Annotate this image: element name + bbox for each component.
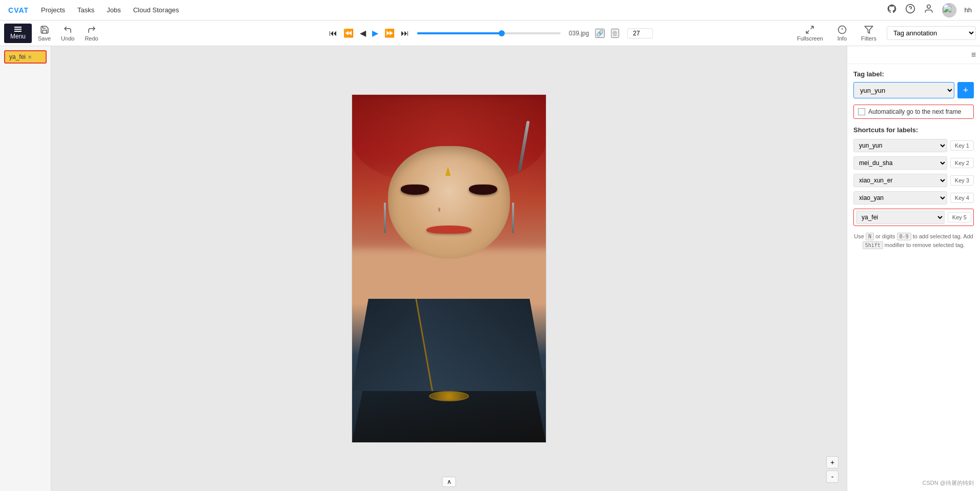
svg-line-3 bbox=[811, 26, 813, 29]
face bbox=[388, 146, 510, 259]
earring-right bbox=[512, 202, 514, 233]
add-tag-button[interactable]: + bbox=[957, 82, 974, 98]
zoom-in-button[interactable]: + bbox=[826, 456, 839, 468]
shortcut-row-2: mei_du_sha Key 2 bbox=[853, 156, 974, 170]
frame-delete-icon[interactable]: 🗑 bbox=[611, 29, 619, 38]
canvas-area[interactable]: ∧ + - bbox=[51, 46, 847, 491]
progress-slider[interactable] bbox=[417, 32, 561, 34]
right-panel-content: Tag label: yun_yun mei_du_sha xiao_xun_e… bbox=[847, 64, 980, 491]
shortcut-row-1: yun_yun Key 1 bbox=[853, 139, 974, 152]
shortcut-row-4: xiao_yan Key 4 bbox=[853, 191, 974, 204]
key-badge-2: Key 2 bbox=[950, 158, 974, 168]
info-button[interactable]: Info bbox=[833, 23, 851, 44]
playback-controls: ⏮ ⏪ ◀ ▶ ⏩ ⏭ 039.jpg 🔗 🗑 bbox=[327, 26, 653, 40]
tag-close-icon[interactable]: ✕ bbox=[28, 54, 32, 60]
key-badge-1: Key 1 bbox=[950, 140, 974, 151]
earring-left bbox=[384, 202, 386, 233]
first-frame-button[interactable]: ⏮ bbox=[327, 27, 339, 40]
help-icon[interactable] bbox=[905, 4, 915, 16]
forehead-mark bbox=[445, 167, 451, 176]
user-icon[interactable] bbox=[924, 4, 934, 16]
zoom-controls: + - bbox=[826, 456, 839, 483]
prev-frame-button[interactable]: ◀ bbox=[358, 26, 368, 40]
shortcut-select-1[interactable]: yun_yun bbox=[853, 139, 947, 152]
expand-button[interactable]: ∧ bbox=[442, 477, 456, 487]
nose bbox=[438, 208, 440, 212]
eye-right bbox=[469, 185, 497, 195]
svg-line-4 bbox=[807, 30, 809, 33]
shortcut-row-5: ya_fei Key 5 bbox=[853, 209, 974, 226]
shortcut-select-5[interactable]: ya_fei bbox=[856, 211, 945, 224]
github-icon[interactable] bbox=[887, 4, 897, 16]
shortcut-select-3[interactable]: xiao_xun_er bbox=[853, 174, 947, 187]
app-logo: CVAT bbox=[8, 6, 29, 14]
key-shift: Shift bbox=[863, 241, 883, 249]
menu-button[interactable]: Menu bbox=[4, 24, 32, 43]
nav-tasks[interactable]: Tasks bbox=[77, 6, 94, 14]
tag-select[interactable]: yun_yun mei_du_sha xiao_xun_er xiao_yan … bbox=[853, 82, 954, 98]
panel-menu-button[interactable]: ≡ bbox=[971, 50, 976, 59]
tag-label-row: yun_yun mei_du_sha xiao_xun_er xiao_yan … bbox=[853, 82, 974, 98]
fullscreen-button[interactable]: Fullscreen bbox=[793, 23, 827, 44]
user-name: hh bbox=[965, 6, 972, 14]
attribution: CSDN @待屠的钝剑 bbox=[923, 479, 974, 487]
toolbar-right: Fullscreen Info Filters Tag annotation O… bbox=[793, 23, 976, 44]
progress-thumb bbox=[499, 30, 505, 36]
collar-button bbox=[429, 391, 469, 401]
last-frame-button[interactable]: ⏭ bbox=[399, 27, 411, 40]
redo-button[interactable]: Redo bbox=[80, 23, 102, 44]
shortcut-select-4[interactable]: xiao_yan bbox=[853, 191, 947, 204]
nav-jobs[interactable]: Jobs bbox=[107, 6, 120, 14]
image-bottom-bar: ∧ bbox=[442, 477, 456, 487]
frame-link-icon[interactable]: 🔗 bbox=[595, 29, 605, 38]
key-n: N bbox=[866, 233, 874, 240]
auto-next-checkbox[interactable] bbox=[858, 108, 865, 115]
prev-chunk-button[interactable]: ⏪ bbox=[341, 26, 356, 40]
right-panel-header: ≡ bbox=[847, 46, 980, 64]
top-nav: CVAT Projects Tasks Jobs Cloud Storages … bbox=[0, 0, 980, 21]
nav-cloud-storages[interactable]: Cloud Storages bbox=[133, 6, 179, 14]
strap-right bbox=[415, 299, 546, 391]
zoom-out-button[interactable]: - bbox=[826, 470, 839, 483]
key-badge-3: Key 3 bbox=[950, 175, 974, 186]
lips bbox=[426, 226, 472, 234]
shortcut-select-2[interactable]: mei_du_sha bbox=[853, 156, 947, 170]
left-sidebar: ya_fei ✕ bbox=[0, 46, 51, 491]
main-content: ya_fei ✕ bbox=[0, 46, 980, 491]
tag-item-ya-fei[interactable]: ya_fei ✕ bbox=[4, 50, 47, 64]
auto-next-row[interactable]: Automatically go to the next frame bbox=[853, 105, 974, 119]
help-text: Use N or digits 0-9 to add selected tag.… bbox=[853, 232, 974, 249]
top-nav-right: hh bbox=[887, 3, 972, 17]
avatar bbox=[942, 3, 956, 17]
save-button[interactable]: Save bbox=[34, 23, 55, 44]
play-button[interactable]: ▶ bbox=[370, 26, 380, 40]
key-digits: 0-9 bbox=[897, 233, 911, 240]
key-badge-4: Key 4 bbox=[950, 193, 974, 203]
svg-point-2 bbox=[927, 5, 930, 9]
tag-label-section-title: Tag label: bbox=[853, 70, 974, 78]
shortcut-row-3: xiao_xun_er Key 3 bbox=[853, 174, 974, 187]
canvas-image bbox=[352, 94, 546, 443]
shortcuts-label: Shortcuts for labels: bbox=[853, 126, 974, 134]
frame-name: 039.jpg bbox=[569, 30, 589, 37]
nav-projects[interactable]: Projects bbox=[41, 6, 65, 14]
key-badge-5: Key 5 bbox=[948, 212, 971, 222]
auto-next-label: Automatically go to the next frame bbox=[868, 108, 961, 115]
filters-button[interactable]: Filters bbox=[857, 23, 881, 44]
frame-number-input[interactable] bbox=[627, 28, 653, 38]
eye-left bbox=[401, 185, 429, 195]
hamburger-icon bbox=[14, 27, 22, 32]
svg-marker-8 bbox=[865, 26, 873, 33]
toolbar-left: Menu Save Undo Redo bbox=[4, 23, 103, 44]
tag-label: ya_fei bbox=[9, 53, 26, 60]
undo-button[interactable]: Undo bbox=[57, 23, 78, 44]
next-chunk-button[interactable]: ⏩ bbox=[382, 26, 397, 40]
right-panel: ≡ Tag label: yun_yun mei_du_sha xiao_xun… bbox=[847, 46, 980, 491]
annotation-type-select[interactable]: Tag annotation Object detection Semantic… bbox=[887, 26, 976, 40]
toolbar: Menu Save Undo Redo ⏮ ⏪ ◀ ▶ ⏩ ⏭ 039.jpg … bbox=[0, 21, 980, 46]
